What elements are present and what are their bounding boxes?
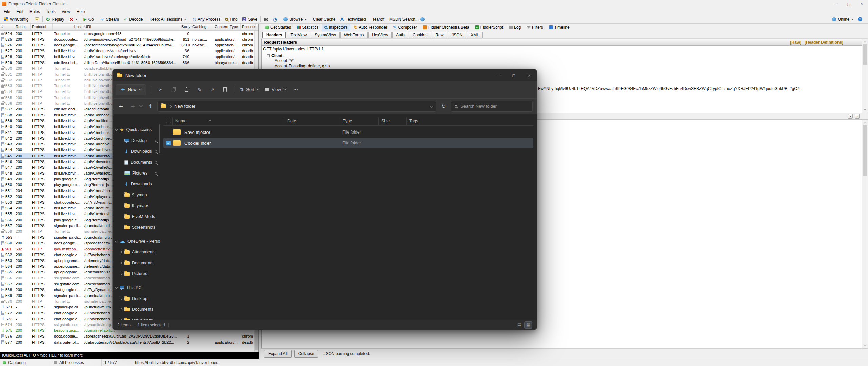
session-row[interactable]: 524200HTTPTunnel todocs.google.com:4430c… [0,30,258,36]
client-section[interactable]: - Client [267,53,868,58]
menu-view[interactable]: View [59,9,74,14]
explorer-view-button[interactable]: View [263,84,289,95]
inspector-tab-webforms[interactable]: WebForms [340,32,368,38]
session-column-content-type[interactable]: Content-Type [213,24,241,30]
forward-button[interactable]: → [128,103,137,109]
chevron-down-icon[interactable] [115,286,118,288]
toolbar-remove-button[interactable]: ×▾ [66,15,79,23]
tab-statistics[interactable]: Statistics [294,24,321,30]
response-scrollbar[interactable]: ▲▼ [862,120,868,348]
menu-tools[interactable]: Tools [43,9,59,14]
inspector-tab-hexview[interactable]: HexView [368,32,392,38]
session-column-body[interactable]: Body [180,24,191,30]
session-column-[interactable]: # [0,24,14,30]
explorer-paste-button[interactable] [180,84,193,95]
recent-locations-icon[interactable] [139,104,143,107]
sidebar-item-documents[interactable]: Documents [113,258,161,268]
sidebar-item-attachments[interactable]: Attachments [113,247,161,258]
sidebar-item-screenshots[interactable]: Screenshots [113,222,161,233]
tab-fiddler-orchestra-beta[interactable]: Fiddler Orchestra Beta [420,24,472,30]
toolbar-decode-button[interactable]: ✓Decode [121,15,145,23]
address-dropdown-icon[interactable] [430,104,433,107]
row-checkbox[interactable]: ✓ [166,141,171,145]
raw-link[interactable]: [Raw] [790,40,801,45]
explorer-new-button[interactable]: +New [116,84,146,95]
expand-all-button[interactable]: Expand All [264,350,292,358]
collapse-button[interactable]: Collapse [294,350,318,358]
process-filter[interactable]: All Processes [51,359,102,366]
sidebar-item-downloads[interactable]: ↓Downloads [113,146,161,157]
session-row[interactable]: 526200HTTPSdocs.google.../presentation/s… [0,42,258,48]
chevron-right-icon[interactable] [120,262,122,264]
collapse-expander-icon[interactable]: - [267,54,270,57]
sidebar-item-pictures[interactable]: Pictures [113,168,161,179]
menu-file[interactable]: File [1,9,13,14]
toolbar-keep-button[interactable]: Keep: All sessions▾ [147,15,189,23]
column-header-type[interactable]: Type [340,117,378,125]
request-header-line[interactable]: Accept: */* [275,58,868,63]
inspector-tab-json[interactable]: JSON [448,32,466,38]
up-button[interactable]: ↑ [146,103,155,109]
close-button[interactable]: × [521,69,537,81]
column-header-tags[interactable]: Tags [406,117,435,125]
toolbar-help-button[interactable]: ? [855,15,865,23]
toolbar-camera-button[interactable] [261,15,271,23]
inspector-tab-textview[interactable]: TextView [287,32,310,38]
panel-options-icon[interactable]: ▾ [848,114,853,119]
session-row[interactable]: 528200HTTPSbrill.live.bhvr.../api/v1/arc… [0,54,258,60]
session-column-protocol[interactable]: Protocol [31,24,53,30]
back-button[interactable]: ← [117,103,125,109]
sidebar-item-documents[interactable]: Documents [113,304,161,315]
column-header-date[interactable]: Date [284,117,340,125]
sidebar-item-desktop[interactable]: Desktop [113,293,161,304]
sidebar-item-9-ymap[interactable]: 9_ymap [113,189,161,200]
toolbar-go-button[interactable]: ▶Go [81,15,96,23]
toolbar-textwizard-button[interactable]: ATextWizard [338,15,368,23]
session-row[interactable]: 529200HTTPScdn.live.dbd.../clientData/4f… [0,60,258,65]
tab-inspectors[interactable]: Inspectors [322,24,350,31]
toolbar-save-button[interactable]: Save [240,15,260,23]
request-scrollbar[interactable]: ▲▼ [862,39,868,113]
tab-timeline[interactable]: Timeline [547,24,572,30]
session-column-process[interactable]: Process [241,24,256,30]
explorer-delete-button[interactable] [219,84,231,95]
sidebar-item-pictures[interactable]: Pictures [113,268,161,279]
tab-fiddlerscript[interactable]: SFiddlerScript [473,24,506,30]
toolbar-find-button[interactable]: Find [223,15,240,23]
toolbar-tearoff-button[interactable]: Tearoff [370,15,387,23]
session-row[interactable]: 527200HTTPSbrill.live.bhvr.../api/v1/fea… [0,48,258,54]
maximize-button[interactable]: □ [506,69,521,81]
sidebar-scrollbar[interactable] [159,124,160,153]
session-row[interactable]: 525200HTTPSdocs.google.../drawings/sync/… [0,36,258,42]
toolbar-clear-cache-button[interactable]: Clear Cache [311,15,338,23]
minimize-button[interactable]: — [829,0,842,8]
toolbar-any-process-button[interactable]: ◎Any Process [190,15,223,23]
sidebar-item-documents[interactable]: Documents [113,157,161,168]
capturing-indicator[interactable]: Capturing [0,359,51,366]
toolbar-winconfig-button[interactable]: WinConfig [1,15,31,23]
chevron-right-icon[interactable] [120,308,122,311]
request-line[interactable]: GET /api/v1/inventories HTTP/1.1 [262,46,868,53]
explorer-copy-button[interactable] [167,84,180,95]
request-header-line[interactable]: Accept-Encoding: deflate, gzip [275,63,868,69]
menu-edit[interactable]: Edit [13,9,26,14]
toolbar-browse-button[interactable]: Browse▾ [281,15,309,23]
session-column-host[interactable]: Host [53,24,83,30]
sidebar-item-9-ymaps[interactable]: 9_ymaps [113,200,161,211]
chevron-right-icon[interactable] [120,297,122,300]
inspector-tab-syntaxview[interactable]: SyntaxView [311,32,339,38]
tab-autoresponder[interactable]: ↯AutoResponder [351,24,390,30]
inspector-tab-raw[interactable]: Raw [432,32,447,38]
session-row[interactable]: 576200HTTPSdocs.google.../spreadsheets/u… [0,333,258,339]
sidebar-item-fivem-mods[interactable]: FiveM Mods [113,211,161,222]
sidebar-item-quick-access[interactable]: ★Quick access [113,124,161,135]
session-column-result[interactable]: Result [14,24,31,30]
inspector-tab-headers[interactable]: Headers [262,32,286,38]
inspector-tab-auth[interactable]: Auth [392,32,408,38]
menu-rules[interactable]: Rules [26,9,43,14]
maximize-button[interactable]: ▢ [842,0,855,8]
explorer-share-button[interactable]: ↗ [206,84,218,95]
select-all-checkbox[interactable] [166,119,171,123]
sidebar-item-onedrive-perso[interactable]: ☁OneDrive - Perso [113,236,161,247]
tab-get-started[interactable]: Get Started [263,24,293,30]
